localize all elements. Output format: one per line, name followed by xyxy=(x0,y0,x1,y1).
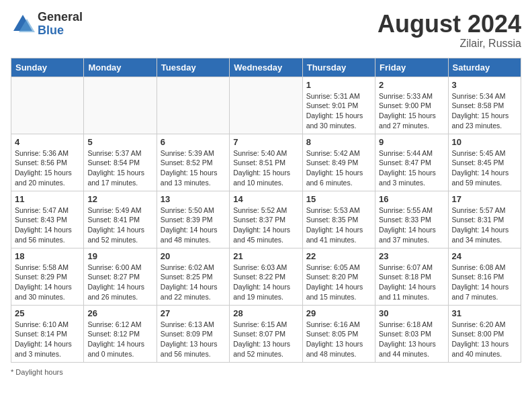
day-number: 27 xyxy=(161,308,226,318)
table-row: 21Sunrise: 6:03 AMSunset: 8:22 PMDayligh… xyxy=(230,248,302,305)
day-number: 12 xyxy=(87,194,152,204)
table-row: 4Sunrise: 5:36 AMSunset: 8:56 PMDaylight… xyxy=(11,134,84,191)
table-row: 31Sunrise: 6:20 AMSunset: 8:00 PMDayligh… xyxy=(448,305,521,362)
calendar-week-0: 1Sunrise: 5:31 AMSunset: 9:01 PMDaylight… xyxy=(11,77,521,134)
day-number: 14 xyxy=(233,194,298,204)
calendar-week-3: 18Sunrise: 5:58 AMSunset: 8:29 PMDayligh… xyxy=(11,248,521,305)
table-row: 29Sunrise: 6:16 AMSunset: 8:05 PMDayligh… xyxy=(302,305,375,362)
day-info: Sunrise: 5:58 AMSunset: 8:29 PMDaylight:… xyxy=(15,263,80,302)
table-row: 23Sunrise: 6:07 AMSunset: 8:18 PMDayligh… xyxy=(375,248,448,305)
table-row: 5Sunrise: 5:37 AMSunset: 8:54 PMDaylight… xyxy=(84,134,157,191)
table-row: 16Sunrise: 5:55 AMSunset: 8:33 PMDayligh… xyxy=(375,191,448,248)
col-monday: Monday xyxy=(84,58,157,77)
table-row: 14Sunrise: 5:52 AMSunset: 8:37 PMDayligh… xyxy=(230,191,302,248)
day-number: 9 xyxy=(379,137,444,147)
col-thursday: Thursday xyxy=(302,58,375,77)
day-number: 1 xyxy=(306,80,371,90)
day-number: 24 xyxy=(452,251,517,261)
logo-text: General Blue xyxy=(38,11,83,38)
day-info: Sunrise: 6:00 AMSunset: 8:27 PMDaylight:… xyxy=(87,263,152,302)
table-row: 9Sunrise: 5:44 AMSunset: 8:47 PMDaylight… xyxy=(375,134,448,191)
day-info: Sunrise: 5:42 AMSunset: 8:49 PMDaylight:… xyxy=(306,148,371,188)
calendar-body: 1Sunrise: 5:31 AMSunset: 9:01 PMDaylight… xyxy=(11,77,521,362)
day-number: 20 xyxy=(161,251,226,261)
table-row xyxy=(84,77,157,134)
table-row: 22Sunrise: 6:05 AMSunset: 8:20 PMDayligh… xyxy=(302,248,375,305)
table-row: 1Sunrise: 5:31 AMSunset: 9:01 PMDaylight… xyxy=(302,77,375,134)
day-info: Sunrise: 5:55 AMSunset: 8:33 PMDaylight:… xyxy=(379,205,444,245)
day-number: 25 xyxy=(15,308,80,318)
table-row xyxy=(11,77,84,134)
day-info: Sunrise: 5:57 AMSunset: 8:31 PMDaylight:… xyxy=(452,205,517,245)
table-row: 12Sunrise: 5:49 AMSunset: 8:41 PMDayligh… xyxy=(84,191,157,248)
day-number: 15 xyxy=(306,194,371,204)
logo-blue: Blue xyxy=(38,24,83,38)
day-number: 4 xyxy=(15,137,80,147)
day-number: 28 xyxy=(233,308,298,318)
table-row: 26Sunrise: 6:12 AMSunset: 8:12 PMDayligh… xyxy=(84,305,157,362)
table-row: 19Sunrise: 6:00 AMSunset: 8:27 PMDayligh… xyxy=(84,248,157,305)
day-info: Sunrise: 5:33 AMSunset: 9:00 PMDaylight:… xyxy=(379,91,444,131)
table-row: 18Sunrise: 5:58 AMSunset: 8:29 PMDayligh… xyxy=(11,248,84,305)
day-number: 17 xyxy=(452,194,517,204)
day-info: Sunrise: 6:20 AMSunset: 8:00 PMDaylight:… xyxy=(452,320,517,359)
logo: General Blue xyxy=(11,11,83,38)
day-info: Sunrise: 6:10 AMSunset: 8:14 PMDaylight:… xyxy=(15,320,80,359)
logo-general: General xyxy=(38,11,83,24)
day-number: 31 xyxy=(452,308,517,318)
day-info: Sunrise: 6:05 AMSunset: 8:20 PMDaylight:… xyxy=(306,263,371,302)
table-row: 7Sunrise: 5:40 AMSunset: 8:51 PMDaylight… xyxy=(230,134,302,191)
day-info: Sunrise: 5:36 AMSunset: 8:56 PMDaylight:… xyxy=(15,148,80,188)
day-info: Sunrise: 5:31 AMSunset: 9:01 PMDaylight:… xyxy=(306,91,371,131)
table-row: 2Sunrise: 5:33 AMSunset: 9:00 PMDaylight… xyxy=(375,77,448,134)
col-saturday: Saturday xyxy=(448,58,521,77)
col-sunday: Sunday xyxy=(11,58,84,77)
day-info: Sunrise: 5:44 AMSunset: 8:47 PMDaylight:… xyxy=(379,148,444,188)
location-subtitle: Zilair, Russia xyxy=(378,38,521,50)
day-number: 29 xyxy=(306,308,371,318)
day-info: Sunrise: 5:34 AMSunset: 8:58 PMDaylight:… xyxy=(452,91,517,131)
day-info: Sunrise: 5:49 AMSunset: 8:41 PMDaylight:… xyxy=(87,205,152,245)
day-info: Sunrise: 5:40 AMSunset: 8:51 PMDaylight:… xyxy=(233,148,298,188)
day-number: 16 xyxy=(379,194,444,204)
table-row: 30Sunrise: 6:18 AMSunset: 8:03 PMDayligh… xyxy=(375,305,448,362)
day-info: Sunrise: 6:13 AMSunset: 8:09 PMDaylight:… xyxy=(161,320,226,359)
page-header: General Blue August 2024 Zilair, Russia xyxy=(11,11,521,50)
day-info: Sunrise: 5:52 AMSunset: 8:37 PMDaylight:… xyxy=(233,205,298,245)
day-number: 6 xyxy=(161,137,226,147)
table-row xyxy=(230,77,302,134)
day-info: Sunrise: 5:37 AMSunset: 8:54 PMDaylight:… xyxy=(87,148,152,188)
title-area: August 2024 Zilair, Russia xyxy=(378,11,521,50)
table-row: 6Sunrise: 5:39 AMSunset: 8:52 PMDaylight… xyxy=(157,134,229,191)
col-wednesday: Wednesday xyxy=(230,58,302,77)
day-number: 8 xyxy=(306,137,371,147)
day-number: 18 xyxy=(15,251,80,261)
day-info: Sunrise: 5:45 AMSunset: 8:45 PMDaylight:… xyxy=(452,148,517,188)
table-row: 17Sunrise: 5:57 AMSunset: 8:31 PMDayligh… xyxy=(448,191,521,248)
day-info: Sunrise: 6:12 AMSunset: 8:12 PMDaylight:… xyxy=(87,320,152,359)
table-row: 20Sunrise: 6:02 AMSunset: 8:25 PMDayligh… xyxy=(157,248,229,305)
table-row xyxy=(157,77,229,134)
day-number: 7 xyxy=(233,137,298,147)
day-number: 10 xyxy=(452,137,517,147)
table-row: 3Sunrise: 5:34 AMSunset: 8:58 PMDaylight… xyxy=(448,77,521,134)
day-number: 22 xyxy=(306,251,371,261)
day-number: 2 xyxy=(379,80,444,90)
table-row: 13Sunrise: 5:50 AMSunset: 8:39 PMDayligh… xyxy=(157,191,229,248)
calendar-week-2: 11Sunrise: 5:47 AMSunset: 8:43 PMDayligh… xyxy=(11,191,521,248)
day-number: 21 xyxy=(233,251,298,261)
day-info: Sunrise: 5:39 AMSunset: 8:52 PMDaylight:… xyxy=(161,148,226,188)
day-number: 11 xyxy=(15,194,80,204)
table-row: 15Sunrise: 5:53 AMSunset: 8:35 PMDayligh… xyxy=(302,191,375,248)
month-title: August 2024 xyxy=(378,11,521,38)
day-number: 13 xyxy=(161,194,226,204)
day-info: Sunrise: 6:18 AMSunset: 8:03 PMDaylight:… xyxy=(379,320,444,359)
table-row: 28Sunrise: 6:15 AMSunset: 8:07 PMDayligh… xyxy=(230,305,302,362)
day-number: 3 xyxy=(452,80,517,90)
day-info: Sunrise: 6:08 AMSunset: 8:16 PMDaylight:… xyxy=(452,263,517,302)
day-info: Sunrise: 6:03 AMSunset: 8:22 PMDaylight:… xyxy=(233,263,298,302)
calendar-table: Sunday Monday Tuesday Wednesday Thursday… xyxy=(11,58,521,363)
logo-icon xyxy=(11,12,35,36)
day-number: 26 xyxy=(87,308,152,318)
table-row: 24Sunrise: 6:08 AMSunset: 8:16 PMDayligh… xyxy=(448,248,521,305)
